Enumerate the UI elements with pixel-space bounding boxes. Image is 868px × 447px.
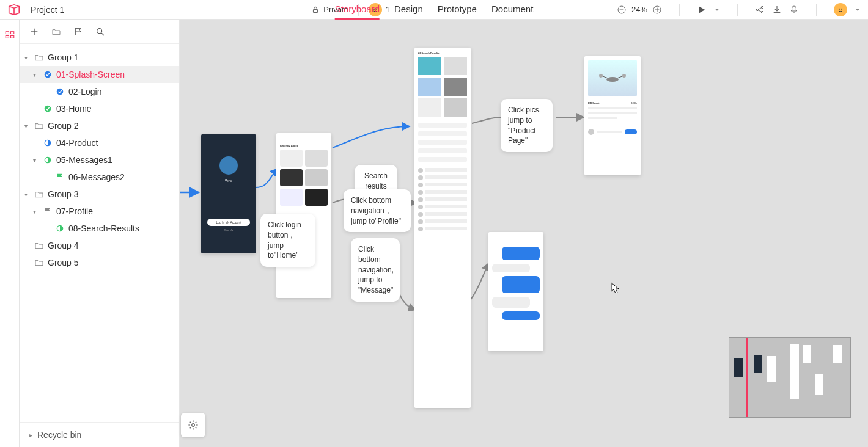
recycle-bin[interactable]: ▸ Recycle bin [20, 422, 179, 447]
message-row [418, 197, 467, 202]
message-row [418, 175, 467, 180]
thumbnail [280, 189, 303, 206]
page-tree: ▾Group 1 ▾01-Splash-Screen 02-Login 03-H… [20, 44, 179, 422]
chat-bubble-received [492, 297, 530, 308]
svg-point-9 [756, 9, 758, 10]
group-label: Group 1 [48, 53, 79, 62]
thumbnail [418, 78, 441, 96]
folder-icon [34, 258, 44, 267]
add-folder-icon[interactable] [51, 27, 61, 37]
chat-bubble-received [492, 264, 530, 272]
tree-page-messages2[interactable]: 06-Messages2 [20, 169, 179, 186]
login-button: Log In My Account [207, 219, 249, 226]
tree-page-profile[interactable]: ▾07-Profile [20, 203, 179, 220]
viewport-indicator [746, 338, 748, 417]
svg-point-16 [841, 8, 842, 9]
svg-point-34 [599, 74, 603, 78]
note-login[interactable]: Click login button，jump to"Home" [260, 214, 315, 267]
message-row [418, 168, 467, 173]
left-rail [0, 20, 20, 447]
download-icon[interactable] [772, 5, 782, 15]
tab-document[interactable]: Document [491, 0, 533, 20]
tab-storyboard[interactable]: Storyboard [335, 0, 380, 20]
canvas-settings-button[interactable] [181, 413, 205, 437]
flag-icon[interactable] [73, 27, 83, 37]
tree-page-messages1[interactable]: ▾05-Messages1 [20, 151, 179, 169]
cursor-icon [611, 282, 620, 294]
thumbnail [444, 98, 467, 117]
flag-gray-icon [43, 206, 53, 216]
svg-point-36 [192, 424, 195, 427]
text-line [588, 117, 617, 119]
status-half-green-icon [55, 223, 65, 233]
list-item [418, 157, 467, 162]
thumbnail [305, 169, 328, 186]
tree-page-search-results[interactable]: 08-Search-Results [20, 220, 179, 237]
status-half-blue-icon [43, 138, 53, 148]
bell-icon[interactable] [789, 5, 799, 15]
artboard-chat[interactable] [488, 232, 543, 351]
folder-icon [34, 241, 44, 250]
svg-rect-20 [10, 36, 13, 38]
message-row [418, 205, 467, 209]
tree-page-home[interactable]: 03-Home [20, 100, 179, 117]
tab-prototype[interactable]: Prototype [438, 0, 477, 20]
artboard-search-results[interactable]: 23 Search Results [414, 48, 471, 408]
note-product[interactable]: Click pics, jump to "Product Page" [501, 99, 553, 152]
mini-artboard [754, 355, 762, 373]
tab-design[interactable]: Design [394, 0, 423, 20]
zoom-in-icon[interactable] [652, 5, 662, 15]
group-label: Group 4 [48, 241, 79, 250]
list-item [418, 131, 467, 136]
project-name[interactable]: Project 1 [31, 5, 64, 15]
group-label: Group 2 [48, 121, 79, 131]
tree-group-5[interactable]: Group 5 [20, 254, 179, 271]
gear-icon [188, 420, 199, 431]
zoom-out-icon[interactable] [617, 5, 627, 15]
tree-page-login[interactable]: 02-Login [20, 83, 179, 100]
play-dropdown-icon[interactable] [714, 7, 720, 13]
message-row [418, 212, 467, 217]
section-label: Recently Added [280, 144, 328, 147]
search-icon[interactable] [95, 27, 105, 37]
tree-group-2[interactable]: ▾Group 2 [20, 117, 179, 134]
flag-green-icon [55, 172, 65, 182]
share-icon[interactable] [755, 5, 765, 15]
note-profile[interactable]: Click bottom navigation，jump to"Profile" [344, 189, 411, 232]
page-label: 05-Messages1 [56, 155, 112, 165]
storyboard-canvas[interactable]: fliply Log In My Account Sign Up Recentl… [180, 20, 868, 447]
tree-page-splash[interactable]: ▾01-Splash-Screen [20, 66, 179, 83]
chat-header [492, 236, 540, 243]
buy-button [625, 129, 637, 134]
divider [816, 4, 817, 16]
minimap[interactable] [729, 337, 851, 418]
page-label: 07-Profile [56, 206, 93, 216]
play-icon[interactable] [697, 5, 707, 15]
zoom-level[interactable]: 24% [631, 5, 647, 14]
list-item [418, 148, 467, 153]
user-avatar-icon[interactable] [834, 3, 847, 16]
svg-point-31 [606, 77, 619, 82]
tree-page-product[interactable]: 04-Product [20, 134, 179, 151]
mini-artboard [815, 374, 823, 395]
divider [679, 4, 680, 16]
tree-group-3[interactable]: ▾Group 3 [20, 186, 179, 203]
artboard-splash[interactable]: fliply Log In My Account Sign Up [201, 134, 256, 253]
storyboard-panel-icon[interactable] [4, 29, 15, 40]
artboard-product[interactable]: DJI Spark $ 50k [584, 56, 641, 175]
tree-group-4[interactable]: Group 4 [20, 237, 179, 254]
user-dropdown-icon[interactable] [855, 7, 861, 13]
note-message[interactable]: Click bottom navigation, jump to "Messag… [351, 238, 400, 302]
message-row [418, 183, 467, 187]
message-row [418, 190, 467, 195]
svg-rect-17 [6, 32, 9, 34]
page-label: 04-Product [56, 138, 98, 148]
add-page-icon[interactable] [29, 27, 39, 37]
tree-group-1[interactable]: ▾Group 1 [20, 49, 179, 66]
svg-rect-19 [6, 36, 9, 38]
thumbnail [280, 169, 303, 186]
thumbnail [418, 98, 441, 117]
svg-point-25 [45, 71, 51, 78]
group-label: Group 5 [48, 258, 79, 267]
product-hero [588, 60, 637, 96]
